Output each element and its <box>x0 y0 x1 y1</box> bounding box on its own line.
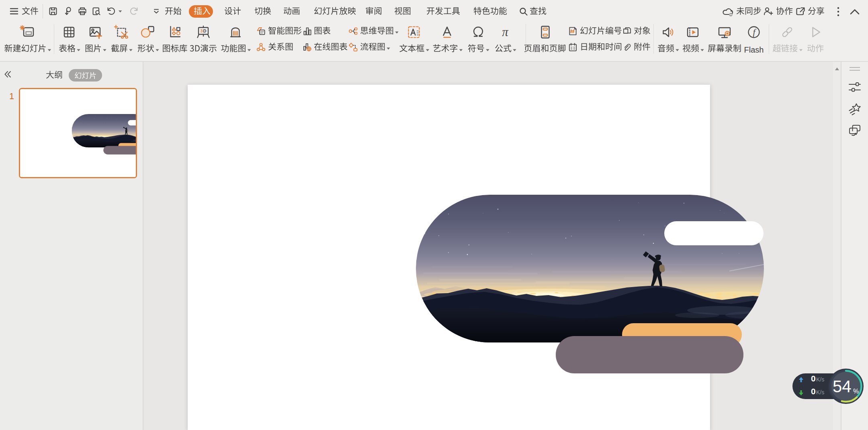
svg-text:f: f <box>753 27 756 37</box>
svg-text:K/s: K/s <box>816 376 824 383</box>
svg-text:54: 54 <box>833 377 852 396</box>
svg-text:0: 0 <box>811 387 816 396</box>
svg-text:3: 3 <box>201 29 203 33</box>
svg-text:K/s: K/s <box>816 389 824 395</box>
svg-text:0: 0 <box>811 374 816 383</box>
svg-text:%: % <box>853 388 859 395</box>
svg-text:π: π <box>502 25 509 39</box>
svg-text:D: D <box>203 29 207 33</box>
